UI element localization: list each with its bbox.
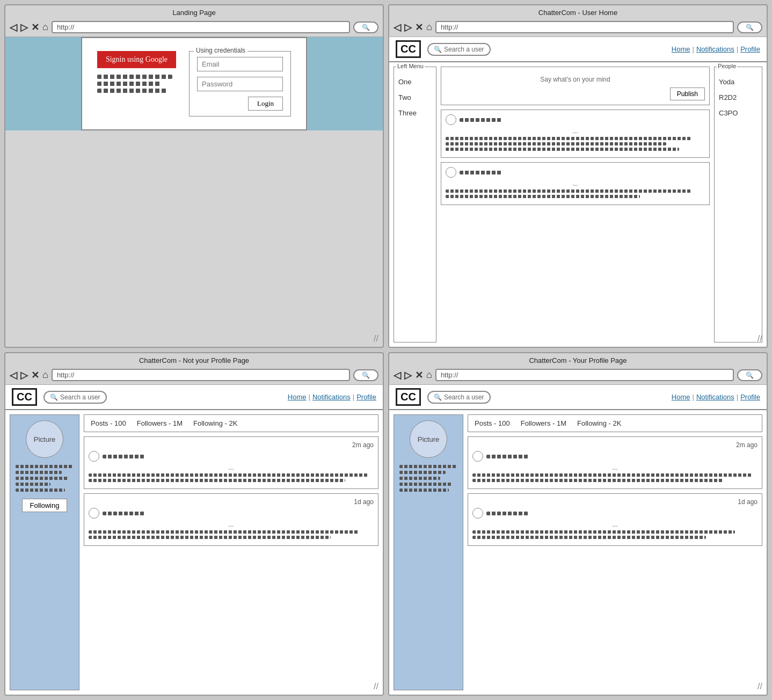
search-user-home[interactable]: 🔍 Search a user — [427, 43, 491, 56]
home-btn-2[interactable]: ⌂ — [426, 21, 432, 33]
password-input[interactable] — [197, 77, 283, 91]
address-bar-2[interactable] — [435, 21, 734, 33]
post-p4-1-name — [486, 455, 529, 458]
menu-item-three[interactable]: Three — [398, 109, 433, 117]
home-btn-1[interactable]: ⌂ — [42, 21, 48, 33]
nav-home-p3[interactable]: Home — [288, 393, 307, 401]
post-p3-1-line-2 — [89, 479, 345, 482]
browser-search-btn-4[interactable]: 🔍 — [737, 369, 762, 381]
post-time-p4-1: 2m ago — [472, 441, 758, 449]
left-menu: Left Menu One Two Three — [394, 67, 436, 342]
people-yoda[interactable]: Yoda — [719, 78, 759, 86]
post-p3-1-line-1 — [89, 473, 368, 477]
profile-stats-p3: Posts - 100 Followers - 1M Following - 2… — [84, 414, 378, 432]
following-btn-p3[interactable]: Following — [22, 499, 68, 512]
squiggle-line-1 — [97, 75, 172, 79]
menu-item-two[interactable]: Two — [398, 93, 433, 101]
post-p4-1-dots: ... — [472, 464, 758, 471]
post-p4-1-avatar — [472, 451, 483, 462]
profile-sq-p4-2 — [399, 471, 446, 474]
people-r2d2[interactable]: R2D2 — [719, 93, 759, 101]
google-signin-btn[interactable]: Signin using Google — [97, 51, 176, 68]
browser-search-btn-1[interactable]: 🔍 — [353, 21, 378, 33]
profile-sq-2 — [16, 471, 62, 474]
nav-notifications-p4[interactable]: Notifications — [696, 393, 734, 401]
post-p3-1-name — [103, 455, 145, 458]
back-btn-4[interactable]: ◁ — [394, 369, 401, 381]
back-btn-2[interactable]: ◁ — [394, 21, 401, 33]
home-center: Say what's on your mind Publish ... — [441, 67, 710, 342]
post-2-dots: ... — [446, 180, 705, 187]
back-btn-1[interactable]: ◁ — [10, 21, 17, 33]
nav-profile-p3[interactable]: Profile — [356, 393, 376, 401]
search-icon-p3: 🔍 — [50, 393, 58, 401]
search-placeholder-p3: Search a user — [60, 393, 100, 401]
nav-home-p4[interactable]: Home — [672, 393, 690, 401]
home-btn-3[interactable]: ⌂ — [42, 369, 48, 381]
forward-btn-2[interactable]: ▷ — [404, 21, 412, 33]
cc-navbar-p3: CC 🔍 Search a user Home | Notifications … — [5, 385, 383, 410]
panel-title-notyours: ChatterCom - Not your Profile Page — [5, 353, 383, 367]
post-2-avatar-row — [446, 167, 705, 178]
post-compose-box: Say what's on your mind Publish — [441, 67, 710, 105]
stat-following-p4: Following - 2K — [577, 419, 621, 427]
search-user-p4[interactable]: 🔍 Search a user — [427, 391, 491, 404]
publish-btn[interactable]: Publish — [670, 88, 705, 100]
post-placeholder[interactable]: Say what's on your mind — [446, 71, 705, 88]
post-p4-2-dots: ... — [472, 521, 758, 528]
nav-home-link[interactable]: Home — [672, 45, 690, 53]
panel-title-home: ChatterCom - User Home — [389, 5, 767, 19]
search-user-p3[interactable]: 🔍 Search a user — [43, 391, 107, 404]
post-p3-1-avatar — [89, 451, 99, 462]
browser-search-btn-3[interactable]: 🔍 — [353, 369, 378, 381]
address-bar-4[interactable] — [435, 369, 734, 381]
menu-item-one[interactable]: One — [398, 78, 433, 86]
nav-notifications-p3[interactable]: Notifications — [312, 393, 351, 401]
browser-chrome-3: ◁ ▷ ✕ ⌂ 🔍 — [5, 367, 383, 385]
forward-btn-3[interactable]: ▷ — [20, 369, 28, 381]
nav-profile-p4[interactable]: Profile — [740, 393, 760, 401]
profile-picture-p3: Picture — [26, 420, 63, 458]
back-btn-3[interactable]: ◁ — [10, 369, 17, 381]
people-c3po[interactable]: C3PO — [719, 109, 759, 117]
profile-sq-p4-3 — [399, 477, 440, 480]
left-menu-label: Left Menu — [396, 63, 425, 69]
cc-navbar-p4: CC 🔍 Search a user Home | Notifications … — [389, 385, 767, 410]
search-icon-p4: 🔍 — [434, 393, 442, 401]
post-p4-2-avatar-row — [472, 508, 758, 519]
email-input[interactable] — [197, 57, 283, 71]
post-p3-2-dots: ... — [89, 521, 374, 528]
credentials-box: Using credentials Login — [189, 51, 291, 116]
feed-post-1: ... — [441, 110, 710, 158]
close-btn-4[interactable]: ✕ — [415, 369, 423, 381]
address-bar-1[interactable] — [52, 21, 350, 33]
nav-profile-link[interactable]: Profile — [740, 45, 760, 53]
post-1-line-3 — [446, 148, 679, 151]
address-bar-3[interactable] — [52, 369, 350, 381]
close-btn-2[interactable]: ✕ — [415, 21, 423, 33]
corner-mark-4: // — [758, 682, 762, 691]
profile-sq-p4-5 — [399, 488, 449, 492]
post-1-line-1 — [446, 137, 692, 140]
browser-chrome-1: ◁ ▷ ✕ ⌂ 🔍 — [5, 19, 383, 37]
close-btn-3[interactable]: ✕ — [31, 369, 39, 381]
login-card: Signin using Google Using credentials Lo… — [81, 37, 307, 130]
profile-post-p4-1: 2m ago ... — [468, 436, 762, 489]
close-btn-1[interactable]: ✕ — [31, 21, 39, 33]
browser-search-btn-2[interactable]: 🔍 — [737, 21, 762, 33]
panel-title-yours: ChatterCom - Your Profile Page — [389, 353, 767, 367]
home-body: Left Menu One Two Three Say what's on yo… — [389, 62, 767, 347]
nav-notifications-link[interactable]: Notifications — [696, 45, 734, 53]
cc-logo-home: CC — [396, 40, 421, 58]
forward-btn-1[interactable]: ▷ — [20, 21, 28, 33]
feed-post-2: ... — [441, 162, 710, 205]
cc-logo-p4: CC — [396, 388, 421, 406]
search-icon-home: 🔍 — [434, 46, 442, 53]
login-btn[interactable]: Login — [248, 97, 283, 111]
post-1-line-2 — [446, 142, 666, 145]
post-p3-2-line-2 — [89, 536, 331, 539]
cc-logo-p3: CC — [12, 388, 37, 406]
home-btn-4[interactable]: ⌂ — [426, 369, 432, 381]
profile-sq-p4-4 — [399, 483, 451, 486]
forward-btn-4[interactable]: ▷ — [404, 369, 412, 381]
